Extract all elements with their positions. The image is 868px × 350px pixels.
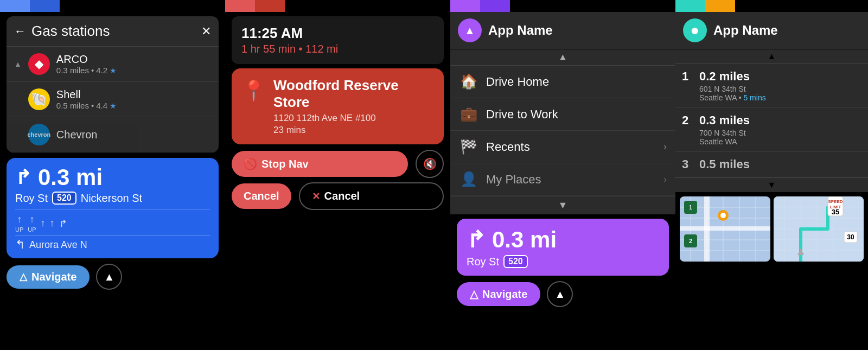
turn-info: 0.3 miles 700 N 34th St Seattle WA bbox=[699, 113, 861, 146]
cancel-button-2[interactable]: ✕ Cancel bbox=[299, 182, 444, 210]
cancel-button-1[interactable]: Cancel bbox=[232, 183, 291, 209]
turn-item[interactable]: 2 0.3 miles 700 N 34th St Seattle WA bbox=[675, 108, 868, 152]
color-bar-3 bbox=[450, 0, 675, 12]
navigate-button[interactable]: △ Navigate bbox=[7, 265, 90, 289]
menu-scroll-up[interactable]: ▲ bbox=[450, 49, 675, 66]
chevron-down-icon: ▼ bbox=[558, 200, 568, 211]
gas-stations-title: Gas stations bbox=[31, 23, 201, 40]
turn-item[interactable]: 3 0.5 miles bbox=[675, 152, 868, 177]
purple-nav-street: Roy St 520 bbox=[467, 255, 659, 268]
close-button[interactable]: ✕ bbox=[201, 24, 211, 39]
menu-item-drive-home[interactable]: 🏠 Drive Home bbox=[450, 66, 675, 98]
list-item[interactable]: ▲ ◆ ARCO 0.3 miles • 4.2 ★ bbox=[7, 47, 219, 82]
action-row-cancel: Cancel ✕ Cancel bbox=[232, 182, 444, 210]
arco-info: ARCO 0.3 miles • 4.2 ★ bbox=[56, 53, 211, 75]
back-button[interactable]: ← bbox=[14, 24, 26, 39]
turn-number: 1 bbox=[682, 69, 694, 84]
shell-details: 0.5 miles • 4.4 ★ bbox=[56, 101, 211, 110]
app-icon: ▲ bbox=[458, 18, 482, 42]
chevron-logo: chevron bbox=[28, 124, 50, 145]
color-bar-2 bbox=[225, 0, 450, 12]
svg-text:2: 2 bbox=[689, 238, 692, 244]
mute-icon: 🔇 bbox=[423, 157, 437, 170]
compass-button[interactable]: ▲ bbox=[547, 281, 573, 307]
lane-icon: ↑UP bbox=[15, 214, 23, 233]
route-badge: 520 bbox=[52, 192, 76, 205]
destination-pin-icon: 📍 bbox=[241, 79, 266, 136]
gas-stations-card: ← Gas stations ✕ ▲ ◆ ARCO 0.3 miles • 4.… bbox=[7, 16, 219, 152]
stop-nav-button[interactable]: 🚫 Stop Nav bbox=[232, 151, 408, 177]
chevron-info: Chevron bbox=[56, 129, 211, 141]
turn-scroll-down[interactable]: ▼ bbox=[675, 177, 868, 192]
turn-distance: 0.5 miles bbox=[699, 157, 861, 171]
star-icon: ★ bbox=[110, 66, 117, 75]
gas-stations-list: ▲ ◆ ARCO 0.3 miles • 4.2 ★ ▲ 🐚 Shell bbox=[7, 47, 219, 152]
color-swatch-teal bbox=[675, 0, 705, 12]
app-header: ▲ App Name bbox=[450, 12, 675, 49]
turn-scroll-up[interactable]: ▲ bbox=[675, 49, 868, 64]
menu-item-my-places[interactable]: 👤 My Places › bbox=[450, 163, 675, 196]
arco-logo: ◆ bbox=[28, 53, 50, 75]
shell-logo: 🐚 bbox=[28, 88, 50, 110]
menu-scroll-down[interactable]: ▼ bbox=[450, 196, 675, 214]
turn-address: 700 N 34th St Seattle WA bbox=[699, 129, 861, 146]
list-item[interactable]: ▲ 🐚 Shell 0.5 miles • 4.4 ★ bbox=[7, 82, 219, 117]
mute-button[interactable]: 🔇 bbox=[416, 150, 444, 178]
color-swatch-red-light bbox=[225, 0, 255, 12]
purple-nav-card: ↱ 0.3 mi Roy St 520 bbox=[457, 219, 669, 276]
turn-number: 2 bbox=[682, 113, 694, 128]
color-bar-1 bbox=[0, 0, 225, 12]
recents-icon: 🏁 bbox=[459, 138, 478, 155]
app-name-2: App Name bbox=[713, 23, 778, 38]
destination-card: 📍 Woodford Reserve Store 1120 112th Ave … bbox=[232, 68, 444, 144]
turn-info: 0.5 miles bbox=[699, 157, 861, 171]
map-thumbnails: 1 2 bbox=[680, 196, 864, 262]
menu-item-drive-work[interactable]: 💼 Drive to Work bbox=[450, 98, 675, 131]
purple-nav-distance: ↱ 0.3 mi bbox=[467, 226, 659, 253]
svg-text:SPEED: SPEED bbox=[828, 199, 843, 204]
stop-nav-icon: 🚫 bbox=[244, 157, 257, 170]
color-swatch-amber bbox=[705, 0, 735, 12]
shell-name: Shell bbox=[56, 88, 211, 101]
compass-button[interactable]: ▲ bbox=[96, 264, 122, 290]
lane-icon: ↑ bbox=[41, 218, 46, 229]
map-thumbnail-2[interactable]: SPEED LIMIT 35 30 bbox=[774, 196, 864, 262]
menu-list: ▲ 🏠 Drive Home 💼 Drive to Work 🏁 Recents… bbox=[450, 49, 675, 214]
navigate-button-purple[interactable]: △ Navigate bbox=[457, 282, 540, 306]
turn-list: ▲ 1 0.2 miles 601 N 34th St Seattle WA •… bbox=[675, 49, 868, 192]
turn-item[interactable]: 1 0.2 miles 601 N 34th St Seattle WA • 5… bbox=[675, 64, 868, 108]
map-grid-svg: 1 2 bbox=[680, 196, 770, 262]
map-thumbnail-1[interactable]: 1 2 bbox=[680, 196, 770, 262]
menu-item-label: Drive Home bbox=[486, 75, 667, 89]
nav-card-blue: ↱ 0.3 mi Roy St 520 Nickerson St ↑UP ↑UP… bbox=[7, 158, 219, 258]
cancel-x-icon: ✕ bbox=[312, 190, 320, 202]
map-grid-svg-2: SPEED LIMIT 35 30 bbox=[774, 196, 864, 262]
nav-distance: ↱ 0.3 mi bbox=[15, 164, 210, 190]
color-swatch-red-dark bbox=[255, 0, 285, 12]
scroll-indicator: ▲ bbox=[14, 130, 22, 139]
color-bar-rest bbox=[285, 0, 450, 12]
turn-arrow-icon: ↱ bbox=[467, 226, 486, 253]
work-icon: 💼 bbox=[459, 106, 478, 123]
svg-point-17 bbox=[720, 213, 726, 218]
turn-arrow-icon: ↰ bbox=[15, 238, 25, 252]
navigate-icon: △ bbox=[20, 271, 27, 283]
eta-card: 11:25 AM 1 hr 55 min • 112 mi bbox=[232, 16, 444, 64]
list-item[interactable]: ▲ chevron Chevron bbox=[7, 117, 219, 152]
nav-lanes: ↑UP ↑UP ↑ ↑ ↱ bbox=[15, 209, 210, 233]
menu-item-recents[interactable]: 🏁 Recents › bbox=[450, 131, 675, 163]
person-icon: 👤 bbox=[459, 171, 478, 188]
eta-time: 11:25 AM bbox=[241, 25, 434, 42]
nav-bottom-street: ↰ Aurora Ave N bbox=[15, 235, 210, 252]
menu-item-label: My Places bbox=[486, 173, 656, 187]
panel-turn-list: ● App Name ▲ 1 0.2 miles 601 N 34th St S… bbox=[675, 0, 868, 350]
destination-info: Woodford Reserve Store 1120 112th Ave NE… bbox=[273, 77, 434, 136]
home-icon: 🏠 bbox=[459, 73, 478, 90]
color-bar-4 bbox=[675, 0, 868, 12]
turn-distance: 0.3 miles bbox=[699, 113, 861, 128]
turn-address: 601 N 34th St Seattle WA • 5 mins bbox=[699, 85, 861, 102]
arco-name: ARCO bbox=[56, 53, 211, 66]
app-name: App Name bbox=[488, 23, 553, 38]
menu-item-label: Drive to Work bbox=[486, 107, 667, 122]
scroll-indicator: ▲ bbox=[14, 95, 22, 104]
